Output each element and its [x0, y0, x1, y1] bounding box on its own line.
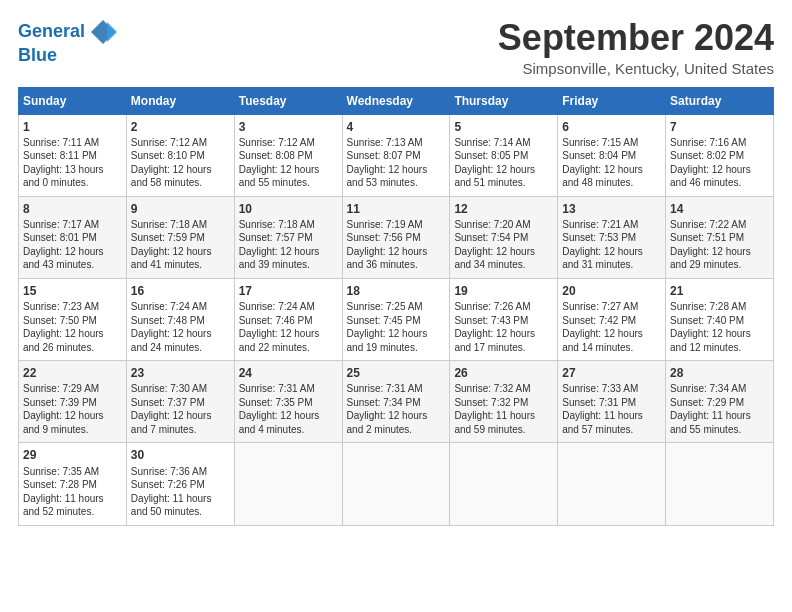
table-row: 9Sunrise: 7:18 AMSunset: 7:59 PMDaylight… — [126, 196, 234, 278]
day-number: 23 — [131, 365, 230, 381]
col-tuesday: Tuesday — [234, 87, 342, 114]
table-row — [450, 443, 558, 525]
day-number: 29 — [23, 447, 122, 463]
table-row: 30Sunrise: 7:36 AMSunset: 7:26 PMDayligh… — [126, 443, 234, 525]
table-row — [234, 443, 342, 525]
day-info: Sunrise: 7:34 AMSunset: 7:29 PMDaylight:… — [670, 382, 769, 436]
calendar-week-row: 8Sunrise: 7:17 AMSunset: 8:01 PMDaylight… — [19, 196, 774, 278]
table-row: 25Sunrise: 7:31 AMSunset: 7:34 PMDayligh… — [342, 361, 450, 443]
day-info: Sunrise: 7:30 AMSunset: 7:37 PMDaylight:… — [131, 382, 230, 436]
table-row: 20Sunrise: 7:27 AMSunset: 7:42 PMDayligh… — [558, 278, 666, 360]
day-info: Sunrise: 7:31 AMSunset: 7:35 PMDaylight:… — [239, 382, 338, 436]
logo-text: General — [18, 22, 85, 42]
table-row: 2Sunrise: 7:12 AMSunset: 8:10 PMDaylight… — [126, 114, 234, 196]
day-info: Sunrise: 7:13 AMSunset: 8:07 PMDaylight:… — [347, 136, 446, 190]
header: General Blue September 2024 Simpsonville… — [18, 18, 774, 77]
logo-blue: Blue — [18, 46, 117, 66]
day-number: 17 — [239, 283, 338, 299]
table-row: 14Sunrise: 7:22 AMSunset: 7:51 PMDayligh… — [666, 196, 774, 278]
day-info: Sunrise: 7:22 AMSunset: 7:51 PMDaylight:… — [670, 218, 769, 272]
day-info: Sunrise: 7:15 AMSunset: 8:04 PMDaylight:… — [562, 136, 661, 190]
day-number: 20 — [562, 283, 661, 299]
table-row: 16Sunrise: 7:24 AMSunset: 7:48 PMDayligh… — [126, 278, 234, 360]
day-number: 11 — [347, 201, 446, 217]
col-wednesday: Wednesday — [342, 87, 450, 114]
main-container: General Blue September 2024 Simpsonville… — [0, 0, 792, 536]
day-info: Sunrise: 7:23 AMSunset: 7:50 PMDaylight:… — [23, 300, 122, 354]
day-info: Sunrise: 7:32 AMSunset: 7:32 PMDaylight:… — [454, 382, 553, 436]
day-info: Sunrise: 7:26 AMSunset: 7:43 PMDaylight:… — [454, 300, 553, 354]
day-number: 27 — [562, 365, 661, 381]
col-sunday: Sunday — [19, 87, 127, 114]
table-row: 18Sunrise: 7:25 AMSunset: 7:45 PMDayligh… — [342, 278, 450, 360]
table-row: 24Sunrise: 7:31 AMSunset: 7:35 PMDayligh… — [234, 361, 342, 443]
calendar-week-row: 22Sunrise: 7:29 AMSunset: 7:39 PMDayligh… — [19, 361, 774, 443]
col-monday: Monday — [126, 87, 234, 114]
day-info: Sunrise: 7:16 AMSunset: 8:02 PMDaylight:… — [670, 136, 769, 190]
calendar-week-row: 1Sunrise: 7:11 AMSunset: 8:11 PMDaylight… — [19, 114, 774, 196]
day-info: Sunrise: 7:24 AMSunset: 7:48 PMDaylight:… — [131, 300, 230, 354]
day-info: Sunrise: 7:19 AMSunset: 7:56 PMDaylight:… — [347, 218, 446, 272]
table-row — [558, 443, 666, 525]
svg-marker-1 — [107, 22, 117, 42]
day-info: Sunrise: 7:24 AMSunset: 7:46 PMDaylight:… — [239, 300, 338, 354]
day-number: 16 — [131, 283, 230, 299]
logo: General Blue — [18, 18, 117, 66]
day-info: Sunrise: 7:21 AMSunset: 7:53 PMDaylight:… — [562, 218, 661, 272]
table-row: 7Sunrise: 7:16 AMSunset: 8:02 PMDaylight… — [666, 114, 774, 196]
day-info: Sunrise: 7:12 AMSunset: 8:10 PMDaylight:… — [131, 136, 230, 190]
table-row: 12Sunrise: 7:20 AMSunset: 7:54 PMDayligh… — [450, 196, 558, 278]
day-info: Sunrise: 7:18 AMSunset: 7:59 PMDaylight:… — [131, 218, 230, 272]
table-row: 21Sunrise: 7:28 AMSunset: 7:40 PMDayligh… — [666, 278, 774, 360]
day-number: 24 — [239, 365, 338, 381]
day-number: 13 — [562, 201, 661, 217]
day-number: 3 — [239, 119, 338, 135]
day-number: 7 — [670, 119, 769, 135]
table-row: 15Sunrise: 7:23 AMSunset: 7:50 PMDayligh… — [19, 278, 127, 360]
day-info: Sunrise: 7:35 AMSunset: 7:28 PMDaylight:… — [23, 465, 122, 519]
table-row — [342, 443, 450, 525]
table-row: 19Sunrise: 7:26 AMSunset: 7:43 PMDayligh… — [450, 278, 558, 360]
day-info: Sunrise: 7:25 AMSunset: 7:45 PMDaylight:… — [347, 300, 446, 354]
day-info: Sunrise: 7:29 AMSunset: 7:39 PMDaylight:… — [23, 382, 122, 436]
day-number: 30 — [131, 447, 230, 463]
table-row: 13Sunrise: 7:21 AMSunset: 7:53 PMDayligh… — [558, 196, 666, 278]
calendar-week-row: 29Sunrise: 7:35 AMSunset: 7:28 PMDayligh… — [19, 443, 774, 525]
logo-general: General — [18, 21, 85, 41]
table-row — [666, 443, 774, 525]
day-number: 12 — [454, 201, 553, 217]
col-thursday: Thursday — [450, 87, 558, 114]
table-row: 3Sunrise: 7:12 AMSunset: 8:08 PMDaylight… — [234, 114, 342, 196]
day-number: 5 — [454, 119, 553, 135]
day-number: 4 — [347, 119, 446, 135]
table-row: 6Sunrise: 7:15 AMSunset: 8:04 PMDaylight… — [558, 114, 666, 196]
table-row: 8Sunrise: 7:17 AMSunset: 8:01 PMDaylight… — [19, 196, 127, 278]
day-number: 1 — [23, 119, 122, 135]
day-info: Sunrise: 7:33 AMSunset: 7:31 PMDaylight:… — [562, 382, 661, 436]
day-info: Sunrise: 7:11 AMSunset: 8:11 PMDaylight:… — [23, 136, 122, 190]
day-number: 8 — [23, 201, 122, 217]
calendar-week-row: 15Sunrise: 7:23 AMSunset: 7:50 PMDayligh… — [19, 278, 774, 360]
day-info: Sunrise: 7:20 AMSunset: 7:54 PMDaylight:… — [454, 218, 553, 272]
day-info: Sunrise: 7:14 AMSunset: 8:05 PMDaylight:… — [454, 136, 553, 190]
day-number: 28 — [670, 365, 769, 381]
table-row: 28Sunrise: 7:34 AMSunset: 7:29 PMDayligh… — [666, 361, 774, 443]
day-info: Sunrise: 7:17 AMSunset: 8:01 PMDaylight:… — [23, 218, 122, 272]
day-number: 10 — [239, 201, 338, 217]
table-row: 5Sunrise: 7:14 AMSunset: 8:05 PMDaylight… — [450, 114, 558, 196]
table-row: 10Sunrise: 7:18 AMSunset: 7:57 PMDayligh… — [234, 196, 342, 278]
title-block: September 2024 Simpsonville, Kentucky, U… — [498, 18, 774, 77]
table-row: 26Sunrise: 7:32 AMSunset: 7:32 PMDayligh… — [450, 361, 558, 443]
day-number: 6 — [562, 119, 661, 135]
day-number: 9 — [131, 201, 230, 217]
day-number: 2 — [131, 119, 230, 135]
day-info: Sunrise: 7:27 AMSunset: 7:42 PMDaylight:… — [562, 300, 661, 354]
table-row: 27Sunrise: 7:33 AMSunset: 7:31 PMDayligh… — [558, 361, 666, 443]
day-number: 26 — [454, 365, 553, 381]
day-number: 15 — [23, 283, 122, 299]
day-number: 21 — [670, 283, 769, 299]
table-row: 22Sunrise: 7:29 AMSunset: 7:39 PMDayligh… — [19, 361, 127, 443]
day-number: 14 — [670, 201, 769, 217]
table-row: 17Sunrise: 7:24 AMSunset: 7:46 PMDayligh… — [234, 278, 342, 360]
day-info: Sunrise: 7:36 AMSunset: 7:26 PMDaylight:… — [131, 465, 230, 519]
